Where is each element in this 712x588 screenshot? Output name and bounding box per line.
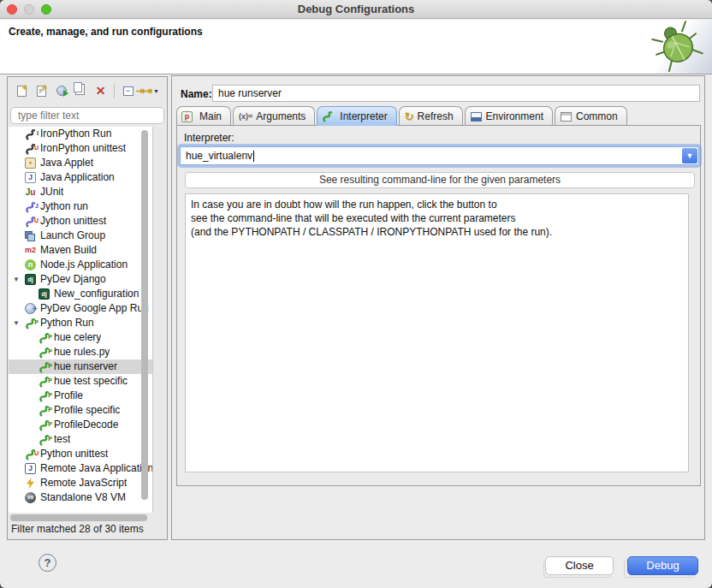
tree-item-hue-rules-py[interactable]: Phue rules.py [9,345,152,359]
tree-item-label: Node.js Application [40,258,128,272]
tree-item-junit[interactable]: JuJUnit [9,185,152,199]
main-tab-icon: p [182,110,195,122]
delete-button[interactable]: ✕ [91,81,110,100]
remote-java-icon: J [24,463,40,475]
duplicate-icon [78,86,85,95]
launch-group-icon [24,230,40,242]
tree-item-maven-build[interactable]: m2Maven Build [9,243,152,258]
tree-item-python-unittest[interactable]: UPython unittest [9,447,152,461]
new-configuration-button[interactable]: + [12,81,32,100]
tree-item-label: hue test specific [54,374,128,389]
tree-item-new-configuration[interactable]: djNew_configuration [9,287,152,301]
configuration-editor: Name: pMain(x)=ArgumentsInterpreter↻Refr… [171,75,705,540]
interpreter-tab-panel: Interpreter: hue_virtualenv ▼ See result… [176,125,701,486]
tree-item-label: Remote Java Application [40,461,152,476]
tree-item-java-applet[interactable]: ●Java Applet [9,156,152,170]
tree-item-profile[interactable]: PProfile [9,389,152,403]
tree-item-label: test [54,432,70,447]
interpreter-value: hue_virtualenv [181,150,252,162]
tree-item-label: Remote JavaScript [40,476,127,490]
filter-input[interactable] [10,107,164,124]
text-cursor [253,151,254,162]
tree-item-label: IronPython Run [40,127,111,141]
bug-icon [638,20,712,74]
tree-item-label: Python unittest [40,447,108,461]
tree-item-launch-group[interactable]: Launch Group [9,229,152,243]
nodejs-icon: n [24,259,40,271]
tree-item-pydev-django[interactable]: ▼djPyDev Django [9,272,152,287]
collapse-all-icon: − [123,86,134,96]
tree-item-python-run[interactable]: ▼PPython Run [9,316,152,330]
maven-icon: m2 [24,245,40,257]
info-text: In case you are in doubt how will the ru… [191,198,552,239]
export-configurations-button[interactable] [51,81,71,100]
arguments-tab-icon: (x)= [239,112,252,121]
configurations-toolbar: +P+✕−⇥⇥▼ [8,79,167,103]
tree-item-standalone-v8-vm[interactable]: V8Standalone V8 VM [9,490,152,505]
dialog-header: Create, manage, and run configurations [0,20,712,74]
toolbar-separator [114,83,115,98]
tab-environment[interactable]: Environment [465,106,553,126]
filter-status: Filter matched 28 of 30 items [11,523,144,535]
tree-item-label: Maven Build [40,243,97,258]
ironpython-run-icon: I [24,128,40,140]
tree-item-node-js-application[interactable]: nNode.js Application [9,258,152,272]
new-prototype-button[interactable]: P+ [32,81,51,100]
sidebar: +P+✕−⇥⇥▼ IIronPython RunUIronPython unit… [7,76,168,540]
tree-item-ironpython-unittest[interactable]: UIronPython unittest [9,141,152,156]
tab-main[interactable]: pMain [176,106,231,126]
close-button[interactable]: Close [545,556,614,575]
help-button[interactable]: ? [39,554,56,572]
python-run-icon: P [24,318,40,330]
tree-item-label: Standalone V8 VM [40,490,126,505]
name-label: Name: [181,88,212,100]
new-prototype-icon: P+ [37,86,46,97]
tree-item-label: Profile [54,389,83,403]
tree-item-java-application[interactable]: JJava Application [9,170,152,185]
python-run-icon: P [38,405,54,417]
debug-button[interactable]: Debug [627,556,698,575]
see-command-line-button[interactable]: See resulting command-line for the given… [185,172,695,188]
tree-item-label: Launch Group [40,229,105,243]
tree-item-hue-celery[interactable]: Phue celery [9,330,152,345]
tab-interpreter[interactable]: Interpreter [317,106,396,126]
tree-item-remote-javascript[interactable]: Remote JavaScript [9,476,152,490]
tree-item-jython-run[interactable]: JJython run [9,199,152,214]
tree-item-label: Java Application [40,170,115,185]
jython-unittest-icon: U [24,216,40,228]
python-run-icon: P [38,361,54,373]
collapse-all-button[interactable]: − [118,81,138,100]
tree-horizontal-scrollbar[interactable] [9,514,151,522]
tab-label: Common [576,110,618,122]
tree-vertical-scrollbar[interactable] [140,128,150,511]
interpreter-combobox[interactable]: hue_virtualenv ▼ [180,146,699,165]
tree-item-pydev-google-app-run[interactable]: ✈PyDev Google App Run [9,301,152,316]
tree-item-profiledecode[interactable]: PProfileDecode [9,418,152,432]
tree-item-jython-unittest[interactable]: UJython unittest [9,214,152,229]
filter-button[interactable]: ⇥⇥▼ [138,81,157,100]
python-run-icon: P [38,376,54,388]
duplicate-button[interactable] [71,81,91,100]
refresh-icon: ↻ [405,110,414,123]
export-configurations-icon [56,86,67,96]
name-input[interactable] [212,85,700,102]
tab-bar: pMain(x)=ArgumentsInterpreter↻RefreshEnv… [176,105,702,126]
expander-icon[interactable]: ▼ [13,316,20,330]
tab-common[interactable]: Common [555,106,627,126]
tree-item-remote-java-application[interactable]: JRemote Java Application [9,461,152,476]
python-run-icon: P [38,347,54,359]
v8-icon: V8 [24,492,40,504]
expander-icon[interactable]: ▼ [13,272,20,287]
tab-arguments[interactable]: (x)=Arguments [233,106,315,126]
title-bar[interactable]: Debug Configurations [0,0,712,19]
tab-refresh[interactable]: ↻Refresh [399,106,463,126]
chevron-down-icon[interactable]: ▼ [682,148,697,163]
tree-item-test[interactable]: Ptest [9,432,152,447]
interpreter-label: Interpreter: [184,132,234,144]
tree-item-profile-specific[interactable]: PProfile specific [9,403,152,418]
new-configuration-icon: + [17,86,27,97]
junit-icon: Ju [24,187,40,199]
tree-item-hue-test-specific[interactable]: Phue test specific [9,374,152,389]
tree-item-ironpython-run[interactable]: IIronPython Run [9,127,152,141]
tree-item-hue-runserver[interactable]: Phue runserver [9,359,152,374]
